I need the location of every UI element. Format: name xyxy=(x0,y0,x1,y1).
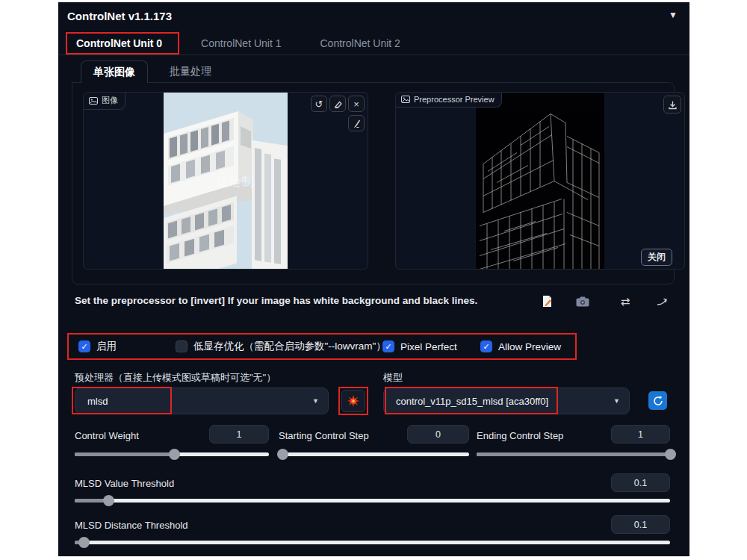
image-upload-container: 始绘制 图像 ↺ xyxy=(72,82,675,284)
camera-icon xyxy=(576,296,589,307)
ending-step-input[interactable]: 1 xyxy=(611,425,670,444)
check-icon: ✓ xyxy=(81,343,87,351)
image-icon xyxy=(89,96,98,105)
slider-handle[interactable] xyxy=(277,449,288,460)
unit-tabs: ControlNet Unit 0 ControlNet Unit 1 Cont… xyxy=(67,34,409,53)
swap-arrows-icon: ⇄ xyxy=(621,295,630,308)
mlsd-value-threshold-label: MLSD Value Threshold xyxy=(75,478,174,489)
lowvram-label: 低显存优化（需配合启动参数"--lowvram"） xyxy=(193,340,386,353)
mlsd-value-threshold-slider[interactable] xyxy=(75,495,670,506)
source-image: 始绘制 xyxy=(164,93,288,270)
mlsd-distance-threshold-slider[interactable] xyxy=(75,537,670,548)
allow-preview-label: Allow Preview xyxy=(498,341,561,352)
eraser-button[interactable] xyxy=(329,96,346,112)
mlsd-distance-threshold-input[interactable]: 0.1 xyxy=(611,515,670,534)
mlsd-distance-threshold-label: MLSD Distance Threshold xyxy=(75,520,188,531)
allow-preview-checkbox[interactable]: ✓ xyxy=(480,340,492,352)
tab-batch-process[interactable]: 批量处理 xyxy=(158,60,223,83)
close-preview-button[interactable]: 关闭 xyxy=(641,249,672,266)
check-icon: ✓ xyxy=(385,343,391,351)
pixel-perfect-label: Pixel Perfect xyxy=(400,341,457,352)
enable-checkbox-item: ✓ 启用 xyxy=(78,339,117,354)
preprocessor-preview-panel[interactable]: Preprocessor Preview 关闭 xyxy=(395,92,685,270)
preview-panel-label: Preprocessor Preview xyxy=(414,95,495,104)
explosion-icon xyxy=(347,394,360,408)
enable-checkbox[interactable]: ✓ xyxy=(78,340,90,352)
clear-image-button[interactable]: × xyxy=(348,96,365,112)
send-dimensions-button[interactable] xyxy=(654,293,671,310)
page: ControlNet v1.1.173 ▼ ControlNet Unit 0 … xyxy=(0,0,747,560)
building-photo: 始绘制 xyxy=(164,93,288,270)
tab-controlnet-unit-0[interactable]: ControlNet Unit 0 xyxy=(67,34,171,53)
image-panel-label: 图像 xyxy=(102,95,118,106)
tab-single-image[interactable]: 单张图像 xyxy=(81,60,148,83)
eraser-icon xyxy=(333,99,343,109)
panel-title: ControlNet v1.1.173 xyxy=(67,10,172,22)
preprocessor-dropdown[interactable]: mlsd ▼ xyxy=(75,388,329,414)
close-icon: × xyxy=(353,99,359,110)
preview-image xyxy=(476,93,604,270)
control-weight-slider[interactable] xyxy=(75,449,269,460)
preprocessor-label: 预处理器（直接上传模式图或草稿时可选"无"） xyxy=(75,371,276,385)
tab-controlnet-unit-1[interactable]: ControlNet Unit 1 xyxy=(192,34,290,53)
preprocessor-value: mlsd xyxy=(87,396,108,407)
control-weight-label: Control Weight xyxy=(75,430,139,441)
lowvram-checkbox-item: ✓ 低显存优化（需配合启动参数"--lowvram"） xyxy=(176,339,386,354)
brush-button[interactable] xyxy=(348,115,365,131)
model-label: 模型 xyxy=(383,371,403,385)
starting-step-input[interactable]: 0 xyxy=(407,425,469,444)
mlsd-wireframe xyxy=(476,93,604,270)
undo-button[interactable]: ↺ xyxy=(311,96,327,112)
control-weight-input[interactable]: 1 xyxy=(209,425,269,444)
invert-hint-text: Set the preprocessor to [invert] If your… xyxy=(75,295,477,306)
image-icon xyxy=(401,95,410,104)
refresh-icon xyxy=(653,396,663,406)
source-image-panel[interactable]: 始绘制 图像 ↺ xyxy=(83,92,368,270)
lowvram-checkbox[interactable]: ✓ xyxy=(176,340,187,352)
pen-icon xyxy=(352,119,362,128)
controlnet-panel: ControlNet v1.1.173 ▼ ControlNet Unit 0 … xyxy=(58,2,689,556)
slider-handle[interactable] xyxy=(665,449,676,460)
curved-arrow-icon xyxy=(657,296,669,307)
chevron-down-icon: ▼ xyxy=(613,397,620,405)
tab-controlnet-unit-2[interactable]: ControlNet Unit 2 xyxy=(311,34,409,53)
edit-document-button[interactable] xyxy=(539,293,556,310)
pixel-perfect-checkbox[interactable]: ✓ xyxy=(382,340,394,352)
slider-handle[interactable] xyxy=(103,495,114,506)
enable-label: 启用 xyxy=(96,340,117,353)
notice-row: Set the preprocessor to [invert] If your… xyxy=(58,292,689,314)
mlsd-value-threshold-input[interactable]: 0.1 xyxy=(611,473,670,492)
model-value: control_v11p_sd15_mlsd [aca30ff0] xyxy=(396,396,548,407)
slider-handle[interactable] xyxy=(78,537,90,548)
tabs-divider xyxy=(58,55,689,55)
image-actions: ↺ × xyxy=(311,96,365,112)
slider-handle[interactable] xyxy=(169,449,180,460)
mirror-webcam-button[interactable]: ⇄ xyxy=(617,293,633,310)
refresh-models-button[interactable] xyxy=(648,391,667,410)
run-preprocessor-button[interactable] xyxy=(341,390,365,412)
allow-preview-checkbox-item: ✓ Allow Preview xyxy=(480,339,561,354)
starting-step-slider[interactable] xyxy=(279,449,469,460)
chevron-down-icon: ▼ xyxy=(312,397,319,405)
ending-step-slider[interactable] xyxy=(477,449,670,460)
undo-icon: ↺ xyxy=(315,99,323,110)
collapse-icon[interactable]: ▼ xyxy=(669,10,678,20)
webcam-button[interactable] xyxy=(574,293,591,310)
document-edit-icon xyxy=(542,295,554,308)
starting-step-label: Starting Control Step xyxy=(279,430,369,441)
watermark-text: 始绘制 xyxy=(216,175,254,189)
preview-panel-chip: Preprocessor Preview xyxy=(396,93,502,108)
download-icon xyxy=(668,100,678,110)
check-icon: ✓ xyxy=(483,343,489,351)
model-dropdown[interactable]: control_v11p_sd15_mlsd [aca30ff0] ▼ xyxy=(383,388,630,414)
ending-step-label: Ending Control Step xyxy=(477,430,563,441)
pixel-perfect-checkbox-item: ✓ Pixel Perfect xyxy=(382,339,457,354)
image-panel-chip: 图像 xyxy=(84,93,125,110)
download-preview-button[interactable] xyxy=(663,96,681,113)
